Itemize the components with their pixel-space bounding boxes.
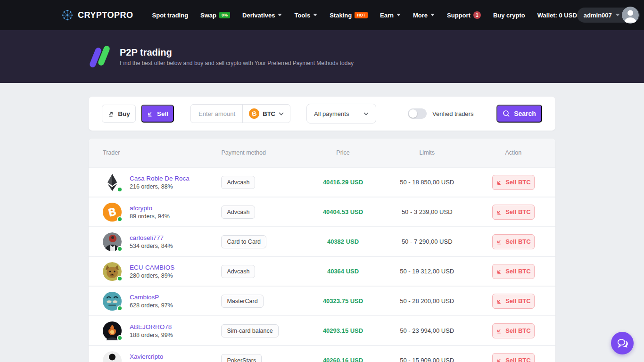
trader-name[interactable]: afcrypto	[130, 205, 170, 212]
nav-derivatives[interactable]: Derivatives	[242, 12, 282, 19]
nav-staking[interactable]: Staking HOT	[330, 12, 368, 19]
hero-banner: P2P trading Find the best offer below an…	[0, 30, 644, 83]
table-row: ECU-CAMBIOS 280 orders, 89% Advcash 4036…	[89, 256, 555, 286]
trader-orders: 89 orders, 94%	[130, 213, 170, 220]
price-value: 40260.16 USD	[303, 357, 382, 362]
caret-down-icon	[313, 14, 317, 16]
staking-hot-badge: HOT	[355, 12, 368, 18]
chevron-down-icon	[279, 112, 284, 115]
nav-earn[interactable]: Earn	[380, 12, 401, 19]
caret-down-icon	[278, 14, 282, 16]
username: admin007	[584, 12, 612, 19]
avatar[interactable]	[103, 292, 122, 311]
table-row: CambiosP 628 orders, 97% MasterCard 4032…	[89, 286, 555, 315]
buy-tab-button[interactable]: Buy	[102, 105, 136, 123]
currency-select[interactable]: B BTC	[242, 105, 290, 123]
search-icon	[503, 110, 510, 117]
trader-name[interactable]: ECU-CAMBIOS	[130, 264, 174, 271]
amount-input[interactable]	[191, 105, 242, 123]
caret-down-icon	[396, 14, 401, 16]
offers-table: Trader Payment method Price Limits Actio…	[89, 139, 555, 362]
trader-orders: 534 orders, 84%	[130, 243, 173, 249]
arrow-down-left-icon	[496, 328, 502, 334]
action-cell: Sell BTC	[471, 353, 555, 362]
trader-orders: 628 orders, 97%	[130, 302, 173, 309]
online-status-dot	[117, 276, 123, 281]
bitcoin-icon: B	[249, 108, 259, 119]
verified-traders-filter: Verified traders	[408, 108, 473, 119]
avatar[interactable]	[103, 173, 122, 192]
price-value: 40293.15 USD	[303, 327, 382, 334]
sell-btc-button[interactable]: Sell BTC	[492, 234, 535, 249]
column-header-trader: Trader	[89, 149, 210, 156]
arrow-down-left-icon	[496, 357, 502, 362]
user-menu[interactable]: admin007	[577, 8, 640, 23]
search-button[interactable]: Search	[496, 105, 542, 123]
sell-btc-button[interactable]: Sell BTC	[492, 323, 535, 338]
sell-btc-label: Sell BTC	[505, 238, 530, 245]
sell-btc-button[interactable]: Sell BTC	[492, 294, 535, 309]
price-value: 40382 USD	[303, 238, 382, 245]
nav-more[interactable]: More	[413, 12, 435, 19]
payment-cell: Advcash	[210, 176, 303, 189]
payment-cell: Card to Card	[210, 235, 303, 248]
online-status-dot	[117, 187, 123, 192]
filter-bar: Buy Sell B BTC All payments	[89, 97, 555, 131]
payment-chip: PokerStars	[221, 354, 262, 362]
trader-name[interactable]: carloseli777	[130, 234, 173, 241]
table-row: Xaviercripto 97 orders, 94% PokerStars 4…	[89, 345, 555, 362]
sell-btc-label: Sell BTC	[505, 268, 530, 275]
arrow-down-left-icon	[496, 239, 502, 245]
trader-name[interactable]: Xaviercripto	[130, 353, 170, 360]
avatar[interactable]: B	[103, 203, 122, 222]
chat-support-button[interactable]	[611, 332, 634, 354]
nav-swap[interactable]: Swap 0%	[200, 12, 230, 19]
arrow-down-left-icon	[496, 209, 502, 215]
action-cell: Sell BTC	[471, 294, 555, 309]
column-header-action: Action	[471, 149, 555, 156]
payment-chip: Sim-card balance	[221, 324, 278, 337]
trader-cell: B afcrypto 89 orders, 94%	[89, 203, 210, 222]
avatar[interactable]	[622, 7, 639, 24]
arrow-down-left-icon	[496, 179, 502, 185]
sell-btc-button[interactable]: Sell BTC	[492, 264, 535, 279]
payment-cell: Advcash	[210, 265, 303, 278]
nav-wallet[interactable]: Wallet: 0 USD	[537, 12, 577, 19]
price-value: 40404.53 USD	[303, 208, 382, 215]
arrow-up-right-icon	[107, 110, 114, 117]
online-status-dot	[117, 246, 123, 252]
verified-traders-label: Verified traders	[432, 110, 473, 117]
sell-tab-button[interactable]: Sell	[141, 105, 174, 123]
payment-cell: Sim-card balance	[210, 324, 303, 337]
sell-btc-button[interactable]: Sell BTC	[492, 353, 535, 362]
avatar[interactable]	[103, 262, 122, 281]
sell-btc-label: Sell BTC	[505, 297, 530, 304]
sell-btc-button[interactable]: Sell BTC	[492, 175, 535, 190]
sell-btc-button[interactable]: Sell BTC	[492, 205, 535, 220]
trader-cell: CambiosP 628 orders, 97%	[89, 292, 210, 311]
price-value: 40416.29 USD	[303, 179, 382, 186]
support-count-badge: 1	[473, 11, 481, 19]
action-cell: Sell BTC	[471, 175, 555, 190]
trader-name[interactable]: CambiosP	[130, 294, 173, 301]
payment-chip: Advcash	[221, 206, 255, 219]
payment-cell: PokerStars	[210, 354, 303, 362]
chat-bubbles-icon	[616, 337, 629, 349]
trader-name[interactable]: ABEJORRO78	[130, 323, 173, 330]
avatar[interactable]	[103, 321, 122, 340]
verified-traders-toggle[interactable]	[408, 108, 427, 119]
nav-support[interactable]: Support 1	[447, 11, 481, 19]
table-row: ABEJORRO78 188 orders, 99% Sim-card bala…	[89, 315, 555, 345]
logo[interactable]: CRYPTOPRO	[61, 9, 133, 21]
payment-method-select[interactable]: All payments	[306, 104, 376, 123]
sell-btc-label: Sell BTC	[505, 327, 530, 334]
trader-name[interactable]: Casa Roble De Roca	[130, 175, 190, 182]
sell-btc-label: Sell BTC	[505, 208, 530, 215]
avatar[interactable]	[103, 232, 122, 251]
main-nav: Spot trading Swap 0% Derivatives Tools S…	[152, 11, 577, 19]
payment-chip: Card to Card	[221, 235, 266, 248]
nav-tools[interactable]: Tools	[294, 12, 317, 19]
nav-buy-crypto[interactable]: Buy crypto	[493, 12, 525, 19]
avatar[interactable]	[103, 351, 122, 362]
nav-spot-trading[interactable]: Spot trading	[152, 12, 189, 19]
